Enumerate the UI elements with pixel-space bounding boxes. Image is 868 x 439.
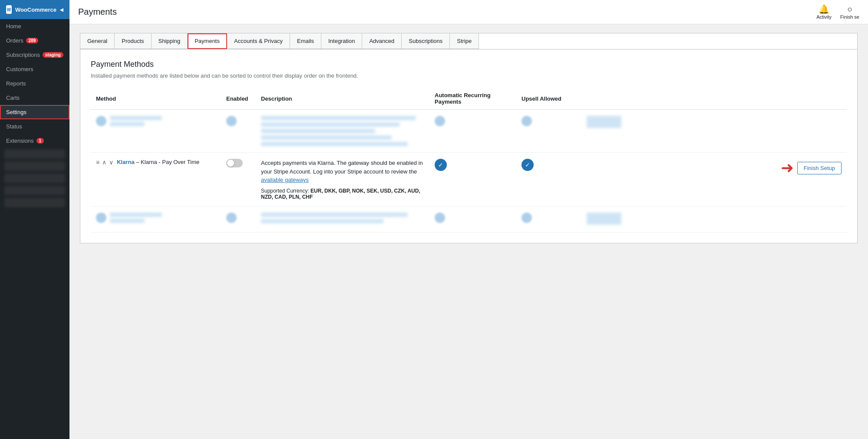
finish-setup-button[interactable]: Finish Setup	[797, 162, 842, 174]
blurred-method-icon-2	[96, 213, 106, 223]
home-label: Home	[6, 23, 21, 29]
sidebar-brand-label: WooCommerce	[15, 7, 56, 13]
blurred-sidebar-item-3	[4, 174, 65, 183]
currency-label: Supported Currency:	[261, 188, 309, 194]
payment-methods-heading: Payment Methods	[91, 60, 847, 69]
blurred-action-btn-2	[587, 213, 621, 225]
blurred-enabled-icon-1	[226, 116, 237, 126]
tab-subscriptions[interactable]: Subscriptions	[402, 33, 450, 49]
blurred-sidebar-item-5	[4, 198, 65, 207]
col-enabled: Enabled	[221, 88, 256, 110]
carts-label: Carts	[6, 95, 20, 101]
blurred-desc-line-7	[261, 219, 383, 223]
customers-label: Customers	[6, 66, 33, 72]
col-upsell: Upsell Allowed	[516, 88, 581, 110]
klarna-description-text: Accepts payments via Klarna. The gateway…	[261, 159, 424, 184]
payment-methods-table: Method Enabled Description Automatic Rec…	[91, 88, 847, 233]
sidebar-item-reports[interactable]: Reports	[0, 76, 69, 91]
blurred-enabled-icon-2	[226, 213, 237, 223]
blurred-arp-cell-1	[429, 110, 516, 153]
klarna-upsell-cell: ✓	[516, 153, 581, 206]
tab-advanced[interactable]: Advanced	[362, 33, 402, 49]
tab-payments[interactable]: Payments	[188, 33, 227, 49]
klarna-arp-checkmark: ✓	[435, 159, 447, 171]
topbar-actions: 🔔 Activity ○ Finish se	[816, 5, 859, 20]
blurred-desc-cell-2	[256, 206, 429, 232]
sidebar-item-settings[interactable]: Settings	[0, 105, 69, 119]
table-row-blurred-2	[91, 206, 847, 232]
tab-general[interactable]: General	[80, 33, 115, 49]
blurred-action-btn-1	[587, 116, 621, 128]
blurred-action-cell-1	[581, 110, 847, 153]
blurred-desc-cell-1	[256, 110, 429, 153]
settings-panel: Payment Methods Installed payment method…	[80, 49, 858, 243]
blurred-sidebar-item-1	[4, 149, 65, 159]
tab-emails[interactable]: Emails	[290, 33, 321, 49]
sidebar-item-customers[interactable]: Customers	[0, 62, 69, 76]
col-arp: Automatic Recurring Payments	[429, 88, 516, 110]
orders-label: Orders	[6, 37, 23, 44]
move-down-icon[interactable]: ∨	[109, 159, 113, 166]
klarna-enabled-cell	[221, 153, 256, 206]
klarna-supported-currency: Supported Currency: EUR, DKK, GBP, NOK, …	[261, 188, 424, 200]
extensions-badge: 1	[36, 138, 44, 144]
sidebar-item-home[interactable]: Home	[0, 19, 69, 33]
blurred-arp-icon-2	[435, 213, 445, 223]
blurred-method-name-1	[110, 116, 162, 120]
sidebar-item-extensions[interactable]: Extensions 1	[0, 134, 69, 148]
woocommerce-logo-icon: W	[6, 5, 12, 14]
sidebar-item-status[interactable]: Status	[0, 119, 69, 134]
subscriptions-label: Subscriptions	[6, 52, 40, 58]
blurred-arp-cell-2	[429, 206, 516, 232]
sidebar-collapse-icon[interactable]: ◀	[60, 7, 63, 12]
blurred-method-sub-1	[110, 122, 145, 126]
blurred-upsell-icon-1	[521, 116, 532, 126]
klarna-action-cell: ➜ Finish Setup	[581, 153, 847, 206]
tab-accounts-privacy[interactable]: Accounts & Privacy	[227, 33, 290, 49]
klarna-method-cell: ≡ ∧ ∨ Klarna – Klarna - Pay Over Time	[91, 153, 221, 206]
activity-icon: 🔔	[818, 5, 829, 13]
blurred-upsell-cell-2	[516, 206, 581, 232]
blurred-enabled-cell-2	[221, 206, 256, 232]
orders-badge: 289	[26, 38, 39, 43]
blurred-desc-line-2	[261, 122, 400, 127]
activity-button[interactable]: 🔔 Activity	[816, 5, 832, 20]
tab-shipping[interactable]: Shipping	[152, 33, 188, 49]
blurred-upsell-cell-1	[516, 110, 581, 153]
klarna-row-controls: ≡ ∧ ∨	[96, 159, 113, 166]
klarna-toggle[interactable]	[226, 159, 243, 167]
blurred-arp-icon-1	[435, 116, 445, 126]
tab-products[interactable]: Products	[115, 33, 151, 49]
blurred-method-cell-2	[91, 206, 221, 232]
blurred-desc-block-2	[261, 213, 424, 223]
col-actions	[581, 88, 847, 110]
available-gateways-link[interactable]: available gateways	[261, 177, 309, 183]
sidebar-item-subscriptions[interactable]: Subscriptions staging	[0, 48, 69, 62]
blurred-desc-line-6	[261, 213, 408, 217]
klarna-desc-main: Accepts payments via Klarna. The gateway…	[261, 160, 423, 175]
reports-label: Reports	[6, 80, 26, 87]
page-title: Payments	[78, 7, 117, 17]
sidebar-item-carts[interactable]: Carts	[0, 91, 69, 105]
table-header-row: Method Enabled Description Automatic Rec…	[91, 88, 847, 110]
blurred-method-name-2	[110, 213, 162, 217]
finish-setup-topbar-label: Finish se	[840, 14, 859, 20]
klarna-description-cell: Accepts payments via Klarna. The gateway…	[256, 153, 429, 206]
payment-methods-description: Installed payment methods are listed bel…	[91, 72, 847, 79]
blurred-sidebar-item-2	[4, 161, 65, 171]
tab-stripe[interactable]: Stripe	[450, 33, 479, 49]
klarna-method-content: ≡ ∧ ∨ Klarna – Klarna - Pay Over Time	[96, 159, 216, 166]
blurred-desc-line-1	[261, 116, 416, 120]
blurred-method-sub-2	[110, 219, 145, 223]
drag-handle-icon[interactable]: ≡	[96, 159, 99, 166]
extensions-label: Extensions	[6, 138, 34, 144]
tab-integration[interactable]: Integration	[321, 33, 362, 49]
finish-setup-topbar-icon: ○	[847, 5, 852, 13]
move-up-icon[interactable]: ∧	[102, 159, 106, 166]
sidebar-item-orders[interactable]: Orders 289	[0, 33, 69, 48]
finish-setup-topbar-button[interactable]: ○ Finish se	[840, 5, 859, 20]
blurred-method-cell-1	[91, 110, 221, 153]
blurred-desc-line-3	[261, 129, 375, 133]
status-label: Status	[6, 123, 22, 130]
sidebar-logo[interactable]: W WooCommerce ◀	[0, 0, 69, 19]
